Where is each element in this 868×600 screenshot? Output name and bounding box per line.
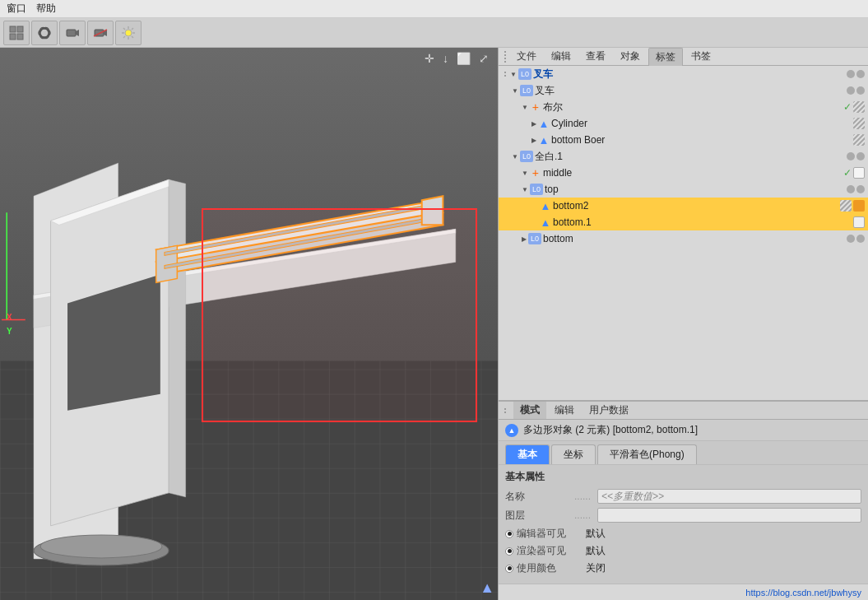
expand-icon[interactable]: ▶ (522, 235, 527, 243)
collapse-icon[interactable]: ▼ (522, 170, 528, 177)
camera-btn[interactable] (59, 21, 86, 45)
axis-y-label: Y (7, 327, 12, 336)
url-text: https://blog.csdn.net/jbwhysy (745, 588, 861, 598)
prop-tab-coords[interactable]: 坐标 (551, 444, 596, 464)
menu-help[interactable]: 帮助 (36, 2, 56, 16)
tab-mode[interactable]: 模式 (513, 402, 546, 419)
visibility-dot[interactable] (847, 152, 855, 160)
prop-layer-row: 图层 ...... (505, 508, 861, 523)
prop-renderer-visible-label: 渲染器可见 (517, 544, 583, 558)
visibility-dot[interactable] (847, 185, 855, 193)
arrow-down-icon[interactable]: ↓ (440, 51, 451, 66)
prop-renderer-visible-value: 默认 (586, 544, 861, 558)
viewport[interactable]: ✛ ↓ ⬜ ⤢ X Y ▲ (0, 48, 498, 600)
hier-row-right (853, 134, 865, 146)
hier-label: 叉车 (533, 67, 847, 81)
visibility-dot[interactable] (847, 235, 855, 243)
hier-row-bottom1[interactable]: ▲ bottom.1 (499, 214, 868, 230)
tab-tags[interactable]: 标签 (648, 48, 683, 66)
hier-row-bottom[interactable]: ▶ L0 bottom (499, 230, 868, 247)
hier-label: bottom2 (553, 200, 840, 212)
collapse-icon[interactable]: ▼ (522, 186, 528, 193)
hier-row-right (847, 70, 865, 78)
expand-icon[interactable]: ▶ (531, 137, 536, 144)
prop-renderer-visible-row: 渲染器可见 默认 (505, 544, 861, 558)
maximize-icon[interactable]: ⤢ (476, 51, 491, 66)
expand-icon[interactable]: ▶ (531, 120, 536, 128)
camera2-btn[interactable] (87, 21, 114, 45)
radio-use-color[interactable] (505, 565, 513, 573)
radio-editor-visible[interactable] (505, 530, 513, 538)
hier-row-forklift-root[interactable]: ▼ L0 叉车 (499, 66, 868, 82)
hier-row-top[interactable]: ▼ L0 top (499, 181, 868, 198)
prop-name-row: 名称 ...... (505, 489, 861, 504)
collapse-icon[interactable]: ▼ (522, 104, 528, 111)
hier-label: bottom.1 (553, 216, 853, 228)
selection-info: 多边形对象 (2 元素) [bottom2, bottom.1] (523, 423, 698, 437)
hier-row-right: ✓ (843, 167, 865, 179)
tab-object[interactable]: 对象 (614, 48, 647, 65)
basic-properties: 基本属性 名称 ...... 图层 ...... 编辑器可见 默 (499, 465, 868, 584)
bottom-tabs-row: 模式 编辑 用户数据 (499, 402, 868, 420)
axis-x-label: X (7, 313, 12, 322)
hier-row-quanbai[interactable]: ▼ L0 全白.1 (499, 148, 868, 165)
prop-tab-basic[interactable]: 基本 (505, 444, 550, 464)
hier-row-bottom-boer[interactable]: ▶ ▲ bottom Boer (499, 132, 868, 148)
tab-edit-bottom[interactable]: 编辑 (548, 402, 581, 419)
hier-row-middle[interactable]: ▼ + middle ✓ (499, 165, 868, 181)
tab-userdata[interactable]: 用户数据 (583, 402, 635, 419)
prop-name-label: 名称 (505, 490, 571, 504)
menu-window[interactable]: 窗口 (7, 2, 26, 16)
axis-indicator: X Y (7, 313, 12, 336)
tab-bookmarks[interactable]: 书签 (685, 48, 717, 65)
mesh-icon: ▲ (538, 118, 550, 129)
light-btn[interactable] (115, 21, 142, 45)
prop-dots-1: ...... (574, 491, 591, 502)
render-dot[interactable] (856, 185, 865, 193)
svg-rect-1 (17, 26, 23, 32)
viewport-overlay-tools: ✛ ↓ ⬜ ⤢ (422, 51, 491, 66)
texture-btn[interactable] (31, 21, 58, 45)
panel-drag-handle[interactable] (502, 49, 508, 64)
tab-file[interactable]: 文件 (510, 48, 543, 65)
layer-icon: L0 (518, 68, 531, 80)
move-icon[interactable]: ✛ (422, 51, 437, 66)
svg-line-20 (132, 28, 133, 30)
material-color (853, 200, 865, 212)
hier-row-forklift[interactable]: ▼ L0 叉车 (499, 82, 868, 99)
tab-edit[interactable]: 编辑 (545, 48, 578, 65)
visibility-dot[interactable] (847, 70, 855, 78)
prop-use-color-label: 使用颜色 (517, 561, 583, 575)
hier-label: Cylinder (551, 118, 853, 129)
render-dot[interactable] (856, 235, 865, 243)
prop-layer-input[interactable] (597, 508, 861, 523)
hier-row-right (847, 185, 865, 193)
render-dot[interactable] (856, 86, 865, 95)
prop-tab-phong[interactable]: 平滑着色(Phong) (597, 444, 697, 464)
hier-row-bool[interactable]: ▼ + 布尔 ✓ (499, 99, 868, 115)
collapse-icon[interactable]: ▼ (512, 87, 518, 95)
svg-rect-2 (10, 34, 16, 40)
render-dot[interactable] (856, 152, 865, 160)
material-swatch (853, 118, 865, 129)
hier-row-cylinder[interactable]: ▶ ▲ Cylinder (499, 115, 868, 132)
check-icon: ✓ (843, 101, 852, 113)
tab-view[interactable]: 查看 (579, 48, 612, 65)
frame-icon[interactable]: ⬜ (454, 51, 473, 66)
collapse-icon[interactable]: ▼ (510, 71, 517, 78)
radio-renderer-visible[interactable] (505, 547, 513, 556)
mesh-icon: ▲ (540, 216, 551, 228)
prop-use-color-row: 使用颜色 关闭 (505, 561, 861, 575)
svg-rect-0 (10, 26, 16, 32)
view-btn[interactable] (3, 21, 30, 45)
prop-name-input[interactable] (597, 489, 861, 504)
mesh-icon: ▲ (540, 200, 551, 212)
toolbar (0, 18, 868, 48)
hier-row-bottom2[interactable]: ▲ bottom2 (499, 198, 868, 214)
hier-label: bottom (543, 233, 847, 244)
collapse-icon[interactable]: ▼ (512, 153, 518, 160)
render-dot[interactable] (856, 70, 865, 78)
scene-hierarchy[interactable]: ▼ L0 叉车 ▼ L0 叉车 (499, 66, 868, 401)
visibility-dot[interactable] (847, 86, 855, 95)
material-swatch (840, 200, 852, 212)
